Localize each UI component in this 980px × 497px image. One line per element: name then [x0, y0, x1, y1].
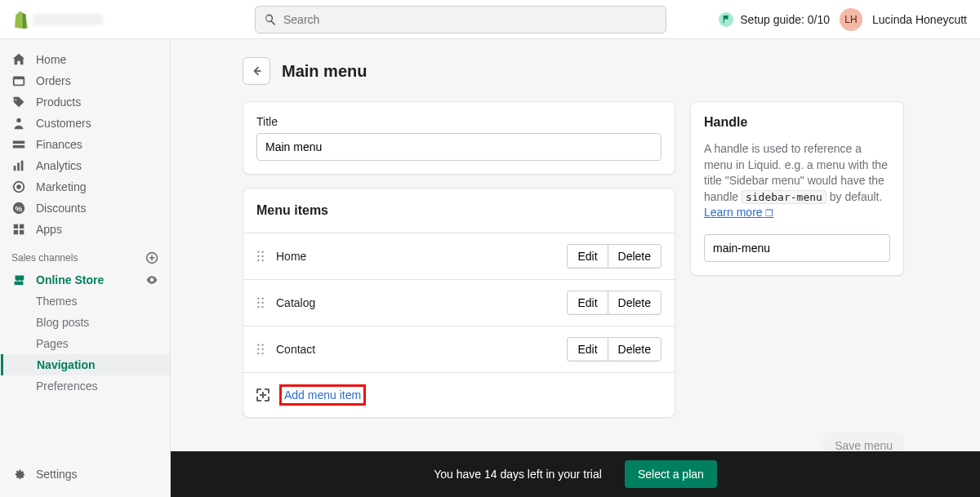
svg-rect-15 [20, 230, 24, 234]
menu-item-label: Contact [276, 343, 555, 356]
gear-icon [11, 467, 26, 481]
orders-icon [11, 73, 26, 88]
learn-more-link[interactable]: Learn more ❐ [704, 206, 773, 219]
svg-point-18 [257, 251, 259, 253]
trial-bar: You have 14 days left in your trial Sele… [171, 451, 980, 497]
sidebar-item-label: Online Store [36, 273, 104, 286]
svg-point-35 [261, 353, 263, 354]
add-menu-item-row[interactable]: Add menu item [243, 372, 675, 417]
svg-rect-1 [14, 78, 24, 80]
delete-button[interactable]: Delete [608, 244, 662, 268]
page-title: Main menu [282, 62, 367, 81]
sidebar-item-online-store[interactable]: Online Store [0, 269, 170, 291]
menu-item-label: Catalog [276, 296, 555, 309]
edit-button[interactable]: Edit [567, 337, 607, 362]
flag-icon [719, 12, 733, 27]
sidebar-item-label: Settings [36, 468, 78, 481]
store-name-blurred [33, 14, 103, 25]
shopify-logo-icon [13, 11, 29, 29]
external-link-icon: ❐ [765, 208, 773, 218]
svg-rect-13 [20, 224, 24, 229]
sidebar-item-products[interactable]: Products [0, 91, 170, 113]
avatar[interactable]: LH [840, 8, 862, 31]
svg-rect-3 [13, 141, 24, 144]
handle-field[interactable] [704, 234, 890, 262]
delete-button[interactable]: Delete [608, 291, 662, 315]
add-channel-icon[interactable] [145, 251, 158, 264]
sidebar-item-settings[interactable]: Settings [0, 461, 170, 487]
sidebar: Home Orders Products Customers Finances … [0, 39, 171, 497]
handle-card: Handle A handle is used to reference a m… [690, 101, 904, 276]
subnav-preferences[interactable]: Preferences [28, 375, 170, 397]
svg-point-23 [261, 260, 263, 261]
select-plan-button[interactable]: Select a plan [625, 460, 717, 488]
arrow-left-icon [249, 64, 264, 78]
edit-button[interactable]: Edit [567, 291, 607, 315]
sidebar-item-finances[interactable]: Finances [0, 134, 170, 155]
menu-item-row: Contact Edit Delete [243, 326, 675, 372]
trial-text: You have 14 days left in your trial [434, 468, 602, 481]
add-menu-item-link[interactable]: Add menu item [284, 388, 361, 402]
discounts-icon: % [11, 201, 26, 215]
search-bar[interactable] [255, 6, 666, 33]
menu-items-heading: Menu items [243, 189, 675, 233]
svg-point-8 [16, 184, 20, 189]
products-icon [11, 95, 26, 109]
title-card: Title [243, 101, 675, 175]
delete-button[interactable]: Delete [608, 337, 662, 362]
sidebar-item-analytics[interactable]: Analytics [0, 155, 170, 176]
subnav-navigation[interactable]: Navigation [1, 354, 170, 375]
highlight-annotation: Add menu item [279, 384, 366, 406]
search-icon [264, 13, 277, 26]
sidebar-item-label: Products [36, 95, 81, 109]
apps-icon [11, 222, 26, 237]
svg-point-29 [261, 306, 263, 308]
svg-rect-17 [254, 70, 261, 72]
sidebar-item-label: Finances [36, 138, 82, 151]
svg-point-20 [257, 255, 259, 257]
menu-item-label: Home [276, 250, 555, 263]
edit-button[interactable]: Edit [567, 244, 607, 268]
subnav-blog-posts[interactable]: Blog posts [28, 312, 170, 333]
svg-rect-4 [13, 145, 24, 149]
drag-handle-icon[interactable] [256, 297, 265, 308]
subnav-themes[interactable]: Themes [28, 291, 170, 312]
subnav-pages[interactable]: Pages [28, 333, 170, 354]
sidebar-item-apps[interactable]: Apps [0, 219, 170, 240]
sales-channels-heading: Sales channels [11, 252, 78, 264]
menu-item-row: Home Edit Delete [243, 233, 675, 279]
svg-point-27 [261, 302, 263, 304]
main-content: Main menu Title Menu items [171, 39, 980, 497]
svg-rect-7 [21, 161, 24, 171]
add-item-icon [256, 388, 270, 402]
sidebar-item-label: Marketing [36, 180, 86, 193]
back-button[interactable] [243, 57, 270, 85]
customers-icon [11, 116, 26, 131]
sidebar-item-discounts[interactable]: % Discounts [0, 197, 170, 219]
svg-point-30 [257, 344, 259, 346]
drag-handle-icon[interactable] [256, 251, 265, 262]
sidebar-item-orders[interactable]: Orders [0, 70, 170, 91]
top-bar: Setup guide: 0/10 LH Lucinda Honeycutt [0, 0, 980, 39]
user-name[interactable]: Lucinda Honeycutt [872, 13, 967, 26]
sidebar-item-customers[interactable]: Customers [0, 113, 170, 134]
svg-point-28 [257, 306, 259, 308]
search-input[interactable] [283, 13, 657, 26]
sidebar-item-label: Orders [36, 74, 71, 87]
handle-heading: Handle [704, 115, 890, 130]
svg-text:%: % [16, 204, 23, 213]
menu-item-row: Catalog Edit Delete [243, 279, 675, 326]
setup-guide-label: Setup guide: 0/10 [740, 13, 830, 26]
svg-rect-12 [14, 224, 18, 229]
svg-point-22 [257, 260, 259, 261]
title-field[interactable] [256, 133, 662, 161]
sidebar-item-marketing[interactable]: Marketing [0, 176, 170, 197]
setup-guide-button[interactable]: Setup guide: 0/10 [719, 12, 830, 27]
online-store-icon [11, 273, 26, 287]
drag-handle-icon[interactable] [256, 344, 265, 355]
home-icon [11, 52, 26, 67]
sidebar-item-home[interactable]: Home [0, 49, 170, 70]
sidebar-item-label: Analytics [36, 159, 82, 172]
view-store-icon[interactable] [145, 273, 158, 286]
analytics-icon [11, 158, 26, 173]
